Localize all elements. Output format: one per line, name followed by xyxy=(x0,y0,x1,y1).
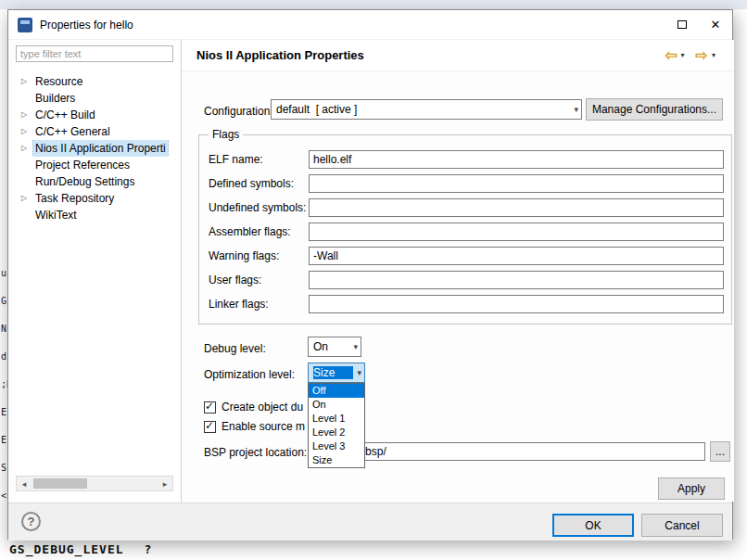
chevron-down-icon: ▾ xyxy=(574,105,578,114)
close-button[interactable]: ✕ xyxy=(699,11,732,39)
bsp-project-location-field[interactable] xyxy=(322,442,705,461)
maximize-icon xyxy=(677,20,687,29)
checkbox-checked-icon: ✓ xyxy=(204,421,216,433)
browse-button[interactable]: ... xyxy=(710,441,730,462)
chevron-right-icon[interactable]: ▷ xyxy=(21,140,33,157)
page-header: Nios II Application Properties ⇦ ▾ ⇨ ▾ xyxy=(182,40,734,71)
tree-item-task-repository[interactable]: ▷ Task Repository xyxy=(16,190,181,207)
dropdown-option-level1[interactable]: Level 1 xyxy=(309,412,364,426)
tree-item-label: WikiText xyxy=(33,207,79,223)
undefined-symbols-label: Undefined symbols: xyxy=(209,201,306,214)
cancel-button[interactable]: Cancel xyxy=(641,514,723,537)
back-arrow-icon[interactable]: ⇦ xyxy=(665,46,677,64)
dropdown-option-level3[interactable]: Level 3 xyxy=(309,439,364,453)
forward-dropdown-caret-icon[interactable]: ▾ xyxy=(712,51,715,59)
optimization-level-select[interactable]: Size ▾ xyxy=(308,363,365,383)
chevron-right-icon[interactable]: ▷ xyxy=(21,73,33,90)
bg-bottom-symbol: ? xyxy=(145,542,153,556)
defined-symbols-field[interactable] xyxy=(309,174,724,193)
checkbox-label: Create object du xyxy=(222,401,303,414)
tree-item-label: Builders xyxy=(33,90,77,107)
warning-flags-field[interactable] xyxy=(309,247,724,265)
back-dropdown-caret-icon[interactable]: ▾ xyxy=(681,51,685,59)
tree-item-cpp-general[interactable]: ▷ C/C++ General xyxy=(16,123,181,140)
warning-flags-label: Warning flags: xyxy=(209,249,279,262)
linker-flags-field[interactable] xyxy=(309,295,724,313)
debug-level-select[interactable]: On ▾ xyxy=(308,337,361,357)
apply-button[interactable]: Apply xyxy=(658,477,725,500)
undefined-symbols-field[interactable] xyxy=(309,198,724,217)
configuration-select[interactable]: default [ active ] ▾ xyxy=(271,99,582,120)
check-icon: ✓ xyxy=(205,400,214,413)
tree-item-run-debug-settings[interactable]: Run/Debug Settings xyxy=(16,173,181,190)
optimization-level-value: Size xyxy=(313,366,353,379)
checkbox-checked-icon: ✓ xyxy=(204,401,216,414)
tree-item-label: Run/Debug Settings xyxy=(33,173,136,190)
filter-input[interactable] xyxy=(16,45,173,62)
dropdown-option-off[interactable]: Off xyxy=(309,384,364,398)
background-editor-text: GS_DEBUG_LEVEL? xyxy=(9,542,152,556)
dropdown-option-size[interactable]: Size xyxy=(309,453,364,467)
chevron-down-icon: ▾ xyxy=(357,368,361,377)
dropdown-option-on[interactable]: On xyxy=(309,398,364,412)
dropdown-option-level2[interactable]: Level 2 xyxy=(309,426,364,439)
elf-name-label: ELF name: xyxy=(209,153,263,166)
help-glyph: ? xyxy=(28,515,35,528)
properties-tree: ▷ Resource Builders ▷ C/C++ Build ▷ C/C+… xyxy=(16,73,181,223)
user-flags-label: User flags: xyxy=(209,274,261,286)
flags-group-legend: Flags xyxy=(209,128,243,141)
assembler-flags-label: Assembler flags: xyxy=(209,225,291,238)
elf-name-field[interactable] xyxy=(309,150,724,169)
help-icon[interactable]: ? xyxy=(21,512,41,531)
properties-tree-panel: ▷ Resource Builders ▷ C/C++ Build ▷ C/C+… xyxy=(16,44,181,502)
configuration-label: Configuration: xyxy=(204,105,273,118)
close-icon: ✕ xyxy=(711,18,721,32)
page-content: Configuration: default [ active ] ▾ Mana… xyxy=(182,71,734,502)
tree-item-wikitext[interactable]: WikiText xyxy=(16,207,181,223)
dialog-footer: ? OK Cancel xyxy=(8,503,732,541)
configuration-value: default [ active ] xyxy=(276,103,570,116)
window-title: Properties for hello xyxy=(40,19,133,32)
background-strip xyxy=(0,0,747,9)
forward-arrow-icon[interactable]: ⇨ xyxy=(696,46,708,64)
properties-dialog: Properties for hello ✕ ▷ Resource Builde… xyxy=(7,9,733,540)
chevron-right-icon[interactable]: ▷ xyxy=(21,123,33,140)
debug-level-value: On xyxy=(313,340,349,353)
tree-item-project-references[interactable]: Project References xyxy=(16,157,181,173)
scrollbar-thumb[interactable] xyxy=(33,478,87,489)
tree-item-label: Nios II Application Properti xyxy=(33,140,168,157)
manage-configurations-button[interactable]: Manage Configurations... xyxy=(586,98,723,121)
flags-group: Flags ELF name: Defined symbols: Undefin… xyxy=(198,134,732,325)
page-title: Nios II Application Properties xyxy=(196,48,364,62)
user-flags-field[interactable] xyxy=(309,271,724,289)
linker-flags-label: Linker flags: xyxy=(209,298,269,311)
tree-item-label: C/C++ General xyxy=(33,123,112,140)
tree-item-cpp-build[interactable]: ▷ C/C++ Build xyxy=(16,107,181,123)
create-object-dump-checkbox[interactable]: ✓ Create object du xyxy=(204,401,303,414)
tree-item-resource[interactable]: ▷ Resource xyxy=(16,73,181,90)
chevron-down-icon: ▾ xyxy=(353,342,358,351)
debug-level-label: Debug level: xyxy=(204,342,266,355)
tree-item-label: Resource xyxy=(33,73,84,90)
assembler-flags-field[interactable] xyxy=(309,223,724,241)
tree-item-builders[interactable]: Builders xyxy=(16,90,181,107)
bg-bottom-text: GS_DEBUG_LEVEL xyxy=(9,542,124,556)
title-bar[interactable]: Properties for hello ✕ xyxy=(8,10,732,40)
scroll-left-icon[interactable]: ◂ xyxy=(17,479,32,489)
app-icon xyxy=(18,18,32,32)
tree-item-label: Task Repository xyxy=(33,190,116,207)
chevron-right-icon[interactable]: ▷ xyxy=(21,107,33,123)
enable-source-management-checkbox[interactable]: ✓ Enable source m xyxy=(204,420,305,433)
tree-item-label: Project References xyxy=(33,157,132,173)
optimization-level-dropdown: Off On Level 1 Level 2 Level 3 Size xyxy=(308,383,365,468)
chevron-right-icon[interactable]: ▷ xyxy=(21,190,33,207)
maximize-button[interactable] xyxy=(665,11,699,39)
ok-button[interactable]: OK xyxy=(552,514,634,537)
horizontal-scrollbar[interactable]: ◂ ▸ xyxy=(16,476,173,491)
check-icon: ✓ xyxy=(205,419,214,432)
tree-item-nios-application-properties[interactable]: ▷ Nios II Application Properti xyxy=(16,140,181,157)
optimization-level-label: Optimization level: xyxy=(204,368,295,381)
checkbox-label: Enable source m xyxy=(222,420,305,433)
scroll-right-icon[interactable]: ▸ xyxy=(158,479,172,489)
bsp-project-location-label: BSP project location: xyxy=(204,446,307,459)
